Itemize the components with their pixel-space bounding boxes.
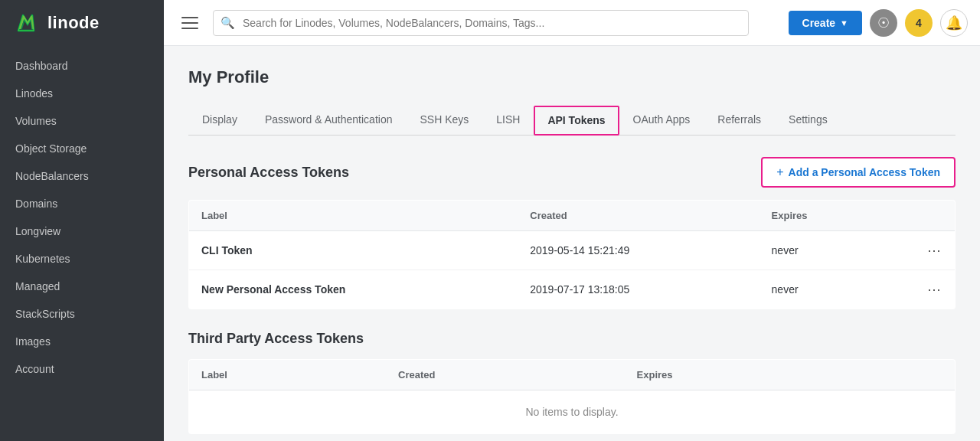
tab-settings[interactable]: Settings [775,106,841,136]
menu-toggle-button[interactable] [176,9,204,37]
sidebar-item-account[interactable]: Account [0,355,164,383]
third-party-tokens-table: Label Created Expires No items to displa… [188,359,956,434]
third-party-tokens-tbody: No items to display. [189,390,956,434]
table-row: CLI Token 2019-05-14 15:21:49 never ⋯ [189,231,956,270]
sidebar-item-linodes[interactable]: Linodes [0,80,164,107]
third-party-tokens-title: Third Party Access Tokens [188,331,364,347]
hamburger-line-3 [181,28,198,29]
tab-oauth-apps[interactable]: OAuth Apps [619,106,704,136]
empty-row: No items to display. [189,390,956,434]
chevron-down-icon: ▼ [840,18,848,28]
topbar-right: Create ▼ ☉ 4 🔔 [789,9,968,37]
search-bar: 🔍 [213,10,749,36]
token-created-2: 2019-07-17 13:18:05 [518,270,759,309]
dots-menu-2[interactable]: ⋯ [927,281,942,298]
notification-badge[interactable]: 4 [905,9,933,37]
user-avatar[interactable]: ☉ [870,9,897,37]
tab-api-tokens[interactable]: API Tokens [534,106,619,136]
sidebar-item-managed[interactable]: Managed [0,273,164,300]
bell-icon: 🔔 [946,15,962,31]
token-name-1: CLI Token [189,231,518,270]
notification-count: 4 [916,17,922,29]
sidebar-item-dashboard[interactable]: Dashboard [0,52,164,80]
third-party-tokens-header: Third Party Access Tokens [188,331,956,347]
logo-text: linode [47,13,100,33]
personal-tokens-header-row: Label Created Expires [189,201,956,231]
tab-password[interactable]: Password & Authentication [251,106,407,136]
tab-display[interactable]: Display [188,106,251,136]
sidebar-item-longview[interactable]: Longview [0,217,164,245]
add-personal-token-button[interactable]: + Add a Personal Access Token [761,157,956,188]
col-actions-tp [859,360,956,390]
search-icon: 🔍 [220,16,235,30]
col-expires: Expires [760,201,877,231]
profile-tabs: Display Password & Authentication SSH Ke… [188,106,956,136]
token-expires-2: never [760,270,877,309]
token-actions-2[interactable]: ⋯ [877,270,955,309]
search-input[interactable] [213,10,749,36]
col-label-tp: Label [189,360,387,390]
user-icon: ☉ [877,15,890,31]
personal-tokens-tbody: CLI Token 2019-05-14 15:21:49 never ⋯ Ne… [189,231,956,309]
token-actions-1[interactable]: ⋯ [877,231,955,270]
page-title: My Profile [188,67,956,87]
sidebar-item-object-storage[interactable]: Object Storage [0,135,164,162]
dots-menu-1[interactable]: ⋯ [927,242,942,259]
personal-tokens-header: Personal Access Tokens + Add a Personal … [188,157,956,188]
col-created-tp: Created [386,360,625,390]
col-expires-tp: Expires [625,360,859,390]
col-label: Label [189,201,518,231]
empty-message: No items to display. [189,390,956,434]
linode-logo-icon [12,9,40,37]
sidebar-item-domains[interactable]: Domains [0,190,164,217]
third-party-tokens-thead: Label Created Expires [189,360,956,390]
hamburger-line-2 [181,22,198,24]
sidebar: linode Dashboard Linodes Volumes Object … [0,0,164,441]
bell-icon-button[interactable]: 🔔 [940,9,968,37]
token-expires-1: never [760,231,877,270]
plus-icon: + [776,165,783,179]
hamburger-line-1 [181,17,198,18]
sidebar-item-kubernetes[interactable]: Kubernetes [0,245,164,273]
sidebar-item-stackscripts[interactable]: StackScripts [0,300,164,328]
create-label: Create [802,17,836,29]
sidebar-nav: Dashboard Linodes Volumes Object Storage… [0,46,164,441]
topbar: 🔍 Create ▼ ☉ 4 🔔 [164,0,980,46]
main-area: 🔍 Create ▼ ☉ 4 🔔 My Profile Display Pass… [164,0,980,441]
personal-tokens-thead: Label Created Expires [189,201,956,231]
personal-tokens-title: Personal Access Tokens [188,165,349,181]
tab-ssh-keys[interactable]: SSH Keys [406,106,482,136]
content-area: My Profile Display Password & Authentica… [164,46,980,441]
token-created-1: 2019-05-14 15:21:49 [518,231,759,270]
sidebar-item-images[interactable]: Images [0,328,164,355]
token-name-2: New Personal Access Token [189,270,518,309]
sidebar-item-nodebalancers[interactable]: NodeBalancers [0,162,164,190]
create-button[interactable]: Create ▼ [789,11,862,35]
add-token-label: Add a Personal Access Token [789,166,940,178]
personal-tokens-table: Label Created Expires CLI Token 2019-05-… [188,200,956,309]
table-row: New Personal Access Token 2019-07-17 13:… [189,270,956,309]
sidebar-item-volumes[interactable]: Volumes [0,107,164,135]
tab-referrals[interactable]: Referrals [704,106,775,136]
logo[interactable]: linode [0,0,164,46]
col-actions [877,201,955,231]
tab-lish[interactable]: LISH [482,106,534,136]
third-party-tokens-header-row: Label Created Expires [189,360,956,390]
col-created: Created [518,201,759,231]
